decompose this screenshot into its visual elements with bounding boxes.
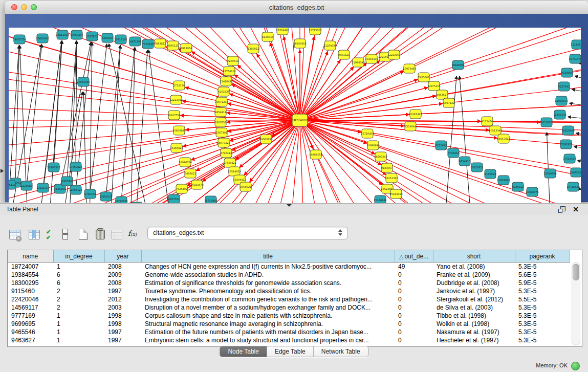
- table-row[interactable]: 911546021997Tourette syndrome. Phenomeno…: [8, 287, 570, 295]
- column-visibility-button[interactable]: [28, 228, 41, 242]
- scrollbar-thumb[interactable]: [573, 264, 579, 280]
- table-row[interactable]: 969969511998Structural magnetic resonanc…: [8, 320, 570, 328]
- select-stepper-icon: [338, 229, 342, 236]
- black-edge: [574, 146, 581, 147]
- black-edge: [15, 46, 19, 183]
- column-header-year[interactable]: year: [104, 250, 141, 262]
- graph-node-label: 10719195: [114, 38, 127, 41]
- graph-node-label: 10313475: [526, 190, 538, 193]
- graph-node-label: 16046756: [179, 161, 191, 164]
- function-builder-button[interactable]: f(x): [128, 229, 141, 243]
- table-cell: 19384554: [8, 271, 53, 279]
- network-canvas[interactable]: 1405572420691406198110341065326715276026…: [9, 28, 581, 212]
- graph-node-label: 2200618: [227, 59, 238, 62]
- table-row[interactable]: 946554611997Estimation of the future num…: [8, 328, 570, 336]
- table-row[interactable]: 946362711997Embryonic stem cells: a mode…: [8, 336, 570, 344]
- black-edge: [578, 161, 581, 161]
- table-cell: Corpus callosum shape and size in male p…: [141, 312, 395, 320]
- table-row[interactable]: 1872400712008Changes of HCN gene express…: [8, 262, 570, 271]
- red-edge: [300, 28, 581, 120]
- red-edge-arrow: [300, 58, 388, 120]
- table-cell: 1998: [104, 320, 141, 328]
- panel-divider-handle-icon[interactable]: [287, 204, 292, 207]
- row-height-button[interactable]: [59, 228, 73, 242]
- new-column-button[interactable]: [77, 228, 90, 242]
- tab-edge-table[interactable]: Edge Table: [267, 346, 314, 357]
- network-focus-border: 1405572420691406198110341065326715276026…: [5, 14, 588, 202]
- table-row[interactable]: 977716911998Corpus callosum shape and si…: [8, 312, 570, 320]
- black-edge: [149, 50, 171, 212]
- table-cell: 5.5E-5: [515, 295, 570, 303]
- table-panel-title: Table Panel: [6, 206, 38, 213]
- table-row[interactable]: 2242004622012Investigating the contribut…: [8, 295, 570, 303]
- delete-table-button[interactable]: [110, 228, 123, 242]
- graph-node-label: 9245012: [512, 185, 524, 188]
- column-header-outde[interactable]: △out_de...: [395, 250, 433, 262]
- graph-node-label: 20071243: [215, 100, 228, 103]
- column-header-pagerank[interactable]: pagerank: [515, 250, 570, 262]
- table-cell: Tourette syndrome. Phenomenology and cla…: [141, 287, 395, 295]
- graph-node-label: 10715533: [567, 185, 579, 188]
- table-cell: 9115460: [8, 287, 53, 295]
- graph-node-label: 11124532: [571, 43, 581, 46]
- hidden-panel-arrow-icon[interactable]: [1, 169, 4, 173]
- table-row[interactable]: 1938455462009Genome-wide association stu…: [8, 271, 570, 279]
- table-cell: 6: [53, 271, 104, 279]
- graph-node-label: 9184067: [381, 166, 393, 169]
- table-type-tabs: Node TableEdge TableNetwork Table: [0, 346, 588, 357]
- table-cell: 0: [395, 320, 433, 328]
- table-cell: Dudbridge et al. (2008): [433, 279, 515, 287]
- citation-graph[interactable]: 1405572420691406198110341065326715276026…: [9, 28, 581, 212]
- graph-node-label: 11974343: [352, 61, 364, 64]
- graph-node-label: 10954932: [497, 179, 510, 182]
- graph-node-label: 20206505: [47, 166, 60, 169]
- table-cell: 1: [53, 312, 104, 320]
- table-scrollbar[interactable]: [572, 262, 580, 345]
- table-mode-button[interactable]: [8, 228, 21, 242]
- table-cell: 1997: [104, 336, 141, 344]
- table-grid-icon: [111, 230, 122, 239]
- graph-node-label: 1145194: [54, 187, 66, 190]
- table-chooser-select[interactable]: citations_edges.txt: [147, 227, 348, 239]
- close-panel-button[interactable]: ✕: [573, 205, 579, 213]
- float-panel-button[interactable]: [558, 206, 565, 213]
- delete-column-button[interactable]: [94, 228, 107, 242]
- graph-node-label: 10958107: [99, 195, 112, 198]
- table-cell: Disruption of a novel member of a sodium…: [141, 303, 395, 312]
- table-cell: Wolkin et al. (1998): [433, 320, 515, 328]
- graph-node-label: 15723312: [309, 29, 321, 32]
- red-edge: [300, 28, 429, 120]
- float-icon: [558, 209, 562, 213]
- table-cell: 5.3E-5: [515, 336, 570, 344]
- node-table-container: namein_degreeyeartitle△out_de...shortpag…: [7, 250, 582, 347]
- graph-node-label: 12035873: [555, 99, 568, 102]
- red-edge-arrow: [185, 87, 300, 120]
- table-cell: 0: [395, 303, 433, 312]
- graph-node-label: 10973493: [403, 67, 416, 70]
- graph-node-label: 1115689: [21, 184, 32, 187]
- graph-node-label: 16914479: [190, 183, 203, 186]
- table-row[interactable]: 1456911722003Disruption of a novel membe…: [8, 303, 570, 312]
- node-table: namein_degreeyeartitle△out_de...shortpag…: [8, 250, 570, 344]
- column-header-name[interactable]: name: [8, 250, 53, 262]
- graph-node-label: 8215933: [435, 144, 447, 147]
- red-edge-arrow: [183, 120, 300, 146]
- table-row[interactable]: 1830029562008Estimation of significance …: [8, 279, 570, 287]
- select-rows-button[interactable]: ✔✔: [46, 229, 59, 243]
- table-cell: Jankovic et al. (1997): [433, 287, 515, 295]
- graph-node-label: 3216044: [405, 125, 416, 128]
- graph-node-label: 1380022: [248, 47, 259, 50]
- column-header-short[interactable]: short: [433, 250, 515, 262]
- table-cell: 5.3E-5: [515, 262, 570, 271]
- table-cell: 14569117: [8, 303, 53, 312]
- tab-network-table[interactable]: Network Table: [314, 346, 368, 357]
- column-header-title[interactable]: title: [141, 250, 395, 262]
- tab-node-table[interactable]: Node Table: [220, 346, 267, 357]
- column-header-indegree[interactable]: in_degree: [53, 250, 104, 262]
- table-cell: 0: [395, 287, 433, 295]
- red-edge: [300, 120, 581, 212]
- graph-node-label: 11486432: [220, 80, 232, 83]
- window-titlebar[interactable]: citations_edges.txt: [5, 1, 588, 14]
- black-edge: [460, 76, 472, 212]
- table-cell: 1: [53, 336, 104, 344]
